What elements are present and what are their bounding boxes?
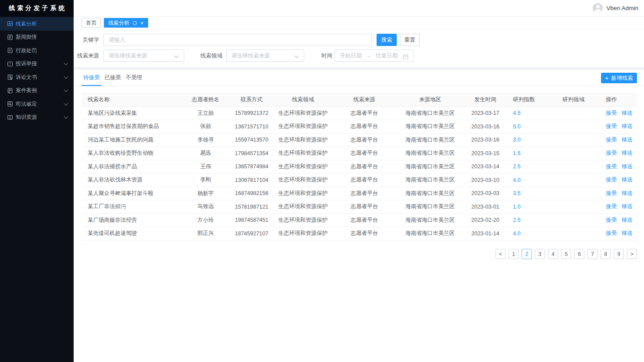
close-icon[interactable]: × — [140, 20, 144, 26]
cell-研判指数: 4.0 — [509, 227, 558, 241]
table-row: 某广场商贩非法经营方小玲19874587451生态环境和资源保护志愿者平台海南省… — [82, 213, 637, 227]
cell-线索领域: 生态环境和资源保护 — [276, 200, 330, 214]
sidebar-item-投诉举报[interactable]: 投诉举报 — [0, 57, 74, 71]
range-arrow-icon: → — [366, 53, 371, 59]
cell-来源地区: 海南省海口市美兰区 — [399, 160, 461, 174]
cell-操作: 接受移送 — [601, 200, 637, 214]
sidebar-item-新闻舆情[interactable]: 新闻舆情 — [0, 31, 74, 44]
page-button-4[interactable]: 4 — [548, 249, 558, 259]
cell-联系方式: 18745927107 — [227, 227, 276, 241]
status-tabs: 待接受已接受不受理 — [74, 70, 644, 86]
next-page-button[interactable]: > — [627, 249, 637, 259]
cell-研判指数: 1.5 — [509, 147, 558, 160]
cell-研判领域 — [558, 187, 601, 200]
sidebar-item-案件案例[interactable]: 案件案例 — [0, 84, 74, 98]
page-button-7[interactable]: 7 — [587, 249, 598, 259]
transfer-link[interactable]: 移送 — [622, 203, 633, 209]
knowledge-icon — [7, 114, 13, 121]
tab-home[interactable]: 首页 — [82, 18, 101, 28]
transfer-link[interactable]: 移送 — [622, 177, 633, 183]
status-tab-已接受[interactable]: 已接受 — [103, 70, 123, 86]
table-header-row: 线索名称志愿者姓名联系方式线索领域线索来源来源地区发生时间研判指数研判领域操作 — [82, 93, 637, 106]
transfer-link[interactable]: 移送 — [622, 150, 633, 156]
cell-操作: 接受移送 — [601, 106, 637, 120]
cell-线索领域: 生态环境和资源保护 — [276, 187, 330, 200]
cell-操作: 接受移送 — [601, 133, 637, 147]
cell-线索领域: 生态环境和资源保护 — [276, 120, 330, 134]
cell-研判指数: 4.0 — [509, 174, 558, 187]
transfer-link[interactable]: 移送 — [622, 137, 633, 143]
page-button-9[interactable]: 9 — [614, 249, 624, 259]
cell-线索来源: 志愿者平台 — [330, 160, 399, 174]
date-range-picker[interactable]: 开始日期 → 结束日期 — [334, 50, 413, 62]
page-button-8[interactable]: 8 — [601, 249, 611, 259]
top-header: Vben Admin — [74, 0, 644, 17]
accept-link[interactable]: 接受 — [606, 137, 617, 143]
accept-link[interactable]: 接受 — [606, 150, 617, 156]
transfer-link[interactable]: 移送 — [622, 190, 633, 196]
table-row: 某人非法砍伐林木资源李刚13067817104生态环境和资源保护志愿者平台海南省… — [82, 174, 637, 187]
refresh-icon[interactable] — [133, 21, 137, 25]
accept-link[interactable]: 接受 — [606, 203, 617, 209]
field-select[interactable]: 请选择线索来源 — [226, 50, 304, 62]
cell-线索领域: 生态环境和资源保护 — [276, 133, 330, 147]
transfer-link[interactable]: 移送 — [622, 123, 633, 129]
source-select[interactable]: 请选择线索来源 — [103, 50, 184, 62]
prev-page-button[interactable]: < — [495, 249, 505, 259]
page-button-1[interactable]: 1 — [509, 249, 519, 259]
calendar-icon — [403, 53, 409, 61]
sidebar-item-诉讼文书[interactable]: 诉讼文书 — [0, 71, 74, 84]
cell-联系方式: 13657874984 — [227, 160, 276, 174]
transfer-link[interactable]: 移送 — [622, 110, 633, 116]
reset-button[interactable]: 重置 — [400, 34, 420, 46]
search-button[interactable]: 搜索 — [377, 34, 397, 46]
transfer-link[interactable]: 移送 — [622, 217, 633, 223]
cell-来源地区: 海南省海口市美兰区 — [399, 213, 461, 227]
user-menu[interactable]: Vben Admin — [593, 0, 638, 16]
cell-操作: 接受移送 — [601, 147, 637, 160]
cell-联系方式: 15781987121 — [227, 200, 276, 214]
column-header: 线索来源 — [330, 93, 399, 106]
page-button-2[interactable]: 2 — [522, 249, 532, 259]
app-title: 线 索 分 发 子 系 统 — [0, 0, 74, 17]
accept-link[interactable]: 接受 — [606, 123, 617, 129]
page-button-3[interactable]: 3 — [535, 249, 545, 259]
cell-发生时间: 2023-03-15 — [461, 147, 509, 160]
add-clue-button[interactable]: + 新增线索 — [601, 73, 637, 83]
keyword-input[interactable]: 请输入 — [103, 34, 372, 46]
user-name: Vben Admin — [606, 5, 638, 11]
accept-link[interactable]: 接受 — [606, 190, 617, 196]
cell-发生时间: 2023-03-16 — [461, 120, 509, 134]
accept-link[interactable]: 接受 — [606, 230, 617, 236]
page-button-6[interactable]: 6 — [574, 249, 584, 259]
accept-link[interactable]: 接受 — [606, 177, 617, 183]
sidebar-item-知识资源[interactable]: 知识资源 — [0, 111, 74, 124]
transfer-link[interactable]: 移送 — [622, 230, 633, 236]
case-icon — [7, 88, 13, 94]
column-header: 发生时间 — [461, 93, 509, 106]
transfer-link[interactable]: 移送 — [622, 163, 633, 170]
cell-联系方式: 15597413570 — [227, 133, 276, 147]
status-tab-待接受[interactable]: 待接受 — [82, 70, 102, 86]
table-row: 某超市销售超过保质期的食品张勋13671571710生态环境和资源保护志愿者平台… — [82, 120, 637, 134]
status-tab-不受理[interactable]: 不受理 — [124, 70, 144, 86]
cell-操作: 接受移送 — [601, 160, 637, 174]
sidebar-item-线索分析[interactable]: 线索分析 — [0, 17, 74, 31]
cell-发生时间: 2023-03-14 — [461, 160, 509, 174]
accept-link[interactable]: 接受 — [606, 110, 617, 116]
sidebar-item-司法鉴定[interactable]: 司法鉴定 — [0, 97, 74, 111]
accept-link[interactable]: 接受 — [606, 163, 617, 170]
column-header: 来源地区 — [399, 93, 461, 106]
column-header: 研判领域 — [558, 93, 601, 106]
column-header: 研判指数 — [509, 93, 558, 106]
tab-clue-analysis[interactable]: 线索分析 × — [104, 18, 148, 28]
cell-研判指数: 2.5 — [509, 213, 558, 227]
sidebar-item-行政处罚[interactable]: 行政处罚 — [0, 44, 74, 57]
page-button-5[interactable]: 5 — [561, 249, 571, 259]
accept-link[interactable]: 接受 — [606, 217, 617, 223]
cell-线索来源: 志愿者平台 — [330, 174, 399, 187]
cell-线索领域: 生态环境和资源保护 — [276, 227, 330, 241]
cell-来源地区: 海南省海口市美兰区 — [399, 187, 461, 200]
cell-线索名称: 某超市销售超过保质期的食品 — [82, 120, 184, 134]
cell-研判领域 — [558, 120, 601, 134]
